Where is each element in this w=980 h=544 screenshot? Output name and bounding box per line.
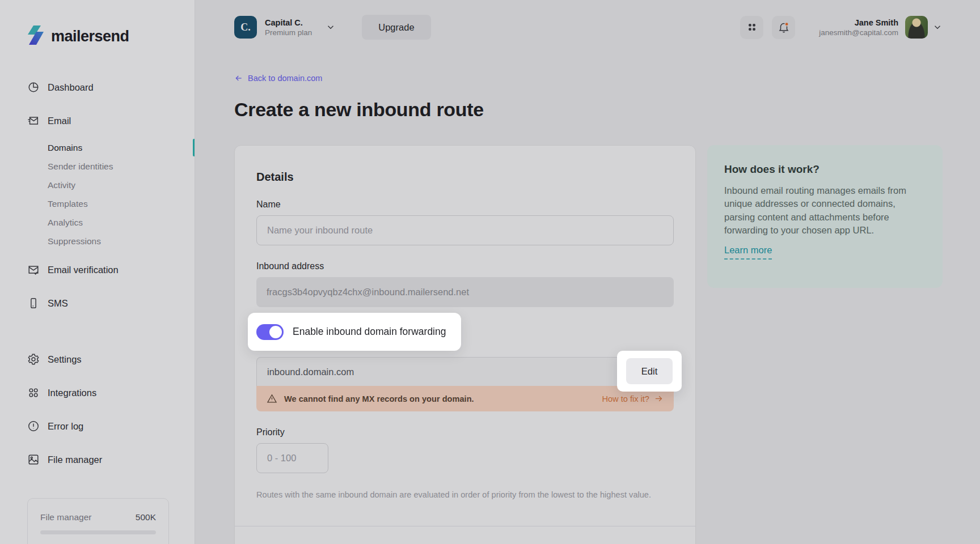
- gear-icon: [27, 353, 40, 366]
- page-title: Create a new inbound route: [234, 99, 980, 121]
- priority-helper-text: Routes with the same inbound domain are …: [256, 490, 674, 499]
- edit-spotlight: Edit: [617, 351, 682, 392]
- warning-text: We cannot find any MX records on your do…: [284, 394, 474, 403]
- chevron-down-icon: [326, 22, 336, 32]
- app-window: mailersend Dashboard Email Domains Sende…: [0, 0, 980, 544]
- warning-triangle-icon: [267, 393, 277, 404]
- card-section-divider: [235, 526, 695, 544]
- apps-grid-icon: [746, 21, 758, 33]
- arrow-right-icon: [654, 394, 664, 403]
- workspace-plan: Premium plan: [265, 28, 312, 37]
- arrow-left-icon: [234, 74, 243, 83]
- sidebar-item-activity[interactable]: Activity: [0, 176, 195, 194]
- user-name: Jane Smith: [819, 18, 898, 27]
- email-subnav: Domains Sender identities Activity Templ…: [0, 138, 195, 250]
- usage-value: 500K: [136, 512, 156, 522]
- mx-warning-banner: We cannot find any MX records on your do…: [256, 386, 674, 411]
- sidebar-item-domains[interactable]: Domains: [0, 138, 195, 157]
- integrations-icon: [27, 386, 40, 399]
- user-menu[interactable]: Jane Smith janesmith@capital.com: [819, 16, 943, 39]
- help-body: Inbound email routing manages emails fro…: [724, 184, 926, 237]
- nav-spacer: [0, 325, 195, 348]
- toggle-label: Enable inbound domain forwarding: [293, 326, 446, 338]
- details-card: Details Name Inbound address fracgs3b4op…: [234, 145, 696, 544]
- how-to-fix-link[interactable]: How to fix it?: [602, 394, 664, 403]
- email-verification-icon: [27, 264, 40, 276]
- chevron-down-icon: [932, 22, 943, 32]
- main-area: C. Capital C. Premium plan Upgrade Jane …: [195, 0, 980, 544]
- help-panel: How does it work? Inbound email routing …: [707, 145, 943, 288]
- sidebar: mailersend Dashboard Email Domains Sende…: [0, 0, 195, 544]
- workspace-avatar: C.: [234, 16, 257, 39]
- topbar: C. Capital C. Premium plan Upgrade Jane …: [195, 0, 980, 40]
- page-content: Back to domain.com Create a new inbound …: [195, 40, 980, 544]
- sidebar-item-suppressions[interactable]: Suppressions: [0, 232, 195, 250]
- usage-row-file-manager: File manager 500K: [40, 512, 156, 522]
- sidebar-item-templates[interactable]: Templates: [0, 194, 195, 213]
- topbar-right: Jane Smith janesmith@capital.com: [732, 16, 943, 39]
- inbound-address-label: Inbound address: [256, 261, 674, 271]
- sidebar-item-sms[interactable]: SMS: [0, 292, 195, 314]
- inbound-domain-input[interactable]: inbound.domain.com: [256, 357, 674, 386]
- user-email: janesmith@capital.com: [819, 28, 898, 37]
- mailersend-logo[interactable]: mailersend: [27, 25, 195, 48]
- sidebar-item-sender-identities[interactable]: Sender identities: [0, 157, 195, 176]
- brand-wordmark: mailersend: [51, 28, 129, 45]
- email-icon: [27, 114, 40, 127]
- sidebar-item-integrations[interactable]: Integrations: [0, 381, 195, 404]
- notifications-button[interactable]: [772, 16, 795, 39]
- sidebar-item-error-log[interactable]: Error log: [0, 415, 195, 437]
- apps-grid-button[interactable]: [740, 16, 763, 39]
- sidebar-nav: Dashboard Email Domains Sender identitie…: [0, 76, 195, 471]
- bell-icon: [778, 21, 790, 33]
- sms-phone-icon: [27, 297, 40, 309]
- sidebar-item-email-verification[interactable]: Email verification: [0, 258, 195, 281]
- inbound-address-value: fracgs3b4opvyqbz4chx@inbound.mailersend.…: [256, 277, 674, 307]
- priority-label: Priority: [256, 427, 674, 437]
- name-label: Name: [256, 199, 674, 210]
- workspace-switcher[interactable]: C. Capital C. Premium plan: [234, 16, 336, 39]
- forwarding-toggle-row: Enable inbound domain forwarding: [248, 313, 461, 351]
- sidebar-item-dashboard[interactable]: Dashboard: [0, 76, 195, 99]
- mailersend-bolt-icon: [27, 25, 44, 48]
- file-manager-image-icon: [27, 453, 40, 466]
- learn-more-link[interactable]: Learn more: [724, 245, 772, 260]
- inbound-domain-forwarding-toggle[interactable]: [256, 324, 284, 340]
- usage-progress-bar: [40, 530, 156, 534]
- route-name-input[interactable]: [256, 215, 674, 245]
- upgrade-button[interactable]: Upgrade: [362, 15, 430, 40]
- help-heading: How does it work?: [724, 163, 926, 176]
- dashboard-icon: [27, 81, 40, 94]
- usage-card: File manager 500K SMS sent 0: [27, 498, 169, 544]
- sidebar-item-settings[interactable]: Settings: [0, 348, 195, 371]
- workspace-name: Capital C.: [265, 18, 312, 27]
- sidebar-item-email[interactable]: Email: [0, 109, 195, 132]
- error-log-icon: [27, 420, 40, 432]
- sidebar-item-file-manager[interactable]: File manager: [0, 448, 195, 471]
- priority-input[interactable]: [256, 443, 328, 473]
- sidebar-item-analytics[interactable]: Analytics: [0, 213, 195, 232]
- details-heading: Details: [256, 171, 674, 184]
- notification-dot: [785, 23, 788, 26]
- back-link[interactable]: Back to domain.com: [234, 74, 322, 83]
- user-avatar: [905, 16, 928, 39]
- inbound-domain-row: inbound.domain.com Edit: [256, 357, 674, 386]
- edit-domain-button[interactable]: Edit: [626, 358, 673, 384]
